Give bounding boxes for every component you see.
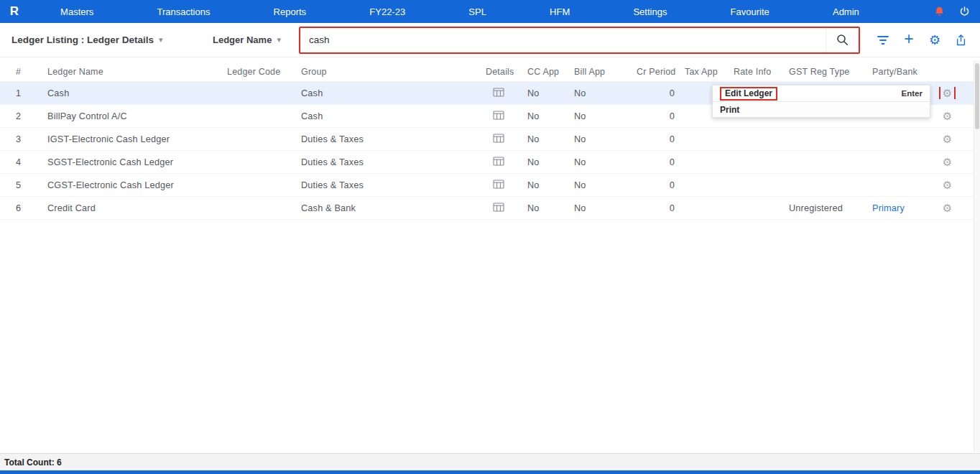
column-header: # bbox=[16, 67, 47, 77]
ledger-name-cell: IGST-Electronic Cash Ledger bbox=[47, 134, 227, 144]
context-menu-item[interactable]: Print bbox=[713, 101, 930, 117]
context-menu-shortcut: Enter bbox=[902, 89, 923, 98]
cr-period-cell: 0 bbox=[637, 157, 685, 167]
cc-app-cell: No bbox=[527, 203, 574, 213]
main-menu: Masters Transactions Reports FY22-23 SPL… bbox=[29, 6, 891, 17]
notifications-bell-icon[interactable] bbox=[934, 6, 945, 17]
table-row[interactable]: 3 IGST-Electronic Cash Ledger Duties & T… bbox=[0, 128, 980, 151]
row-settings-gear-icon[interactable] bbox=[942, 87, 953, 99]
row-settings-gear-icon[interactable] bbox=[942, 156, 953, 168]
cc-app-cell: No bbox=[527, 180, 574, 190]
scrollbar-thumb[interactable] bbox=[975, 63, 979, 129]
bill-app-cell: No bbox=[574, 180, 637, 190]
column-header: Cr Period bbox=[637, 67, 685, 77]
vertical-scrollbar[interactable] bbox=[974, 60, 980, 452]
row-number: 2 bbox=[16, 111, 47, 121]
power-logout-icon[interactable] bbox=[959, 6, 970, 17]
table-row[interactable]: 6 Credit Card Cash & Bank No No 0 bbox=[0, 197, 980, 220]
chevron-down-icon: ▾ bbox=[159, 35, 163, 45]
column-header: CC App bbox=[527, 67, 574, 77]
bill-app-cell: No bbox=[574, 88, 637, 98]
app-logo-icon[interactable]: R bbox=[0, 4, 29, 19]
row-actions bbox=[931, 156, 963, 168]
menu-item[interactable]: SPL bbox=[468, 6, 486, 17]
search-input[interactable] bbox=[300, 28, 826, 52]
details-icon[interactable] bbox=[493, 134, 504, 145]
column-header: Details bbox=[486, 67, 527, 77]
column-header: Tax App bbox=[685, 67, 734, 77]
group-cell: Duties & Taxes bbox=[301, 157, 486, 167]
details-icon[interactable] bbox=[493, 157, 504, 168]
menu-item[interactable]: Reports bbox=[274, 6, 307, 17]
menu-item[interactable]: Admin bbox=[833, 6, 859, 17]
row-context-menu: Edit Ledger Enter Print bbox=[712, 85, 930, 118]
cr-period-cell: 0 bbox=[637, 88, 685, 98]
search-icon[interactable] bbox=[826, 28, 859, 52]
table-row[interactable]: 4 SGST-Electronic Cash Ledger Duties & T… bbox=[0, 151, 980, 174]
column-header: Ledger Code bbox=[227, 67, 301, 77]
nav-right-icons bbox=[934, 6, 970, 17]
total-count-label: Total Count: 6 bbox=[4, 457, 62, 468]
menu-item[interactable]: Transactions bbox=[157, 6, 210, 17]
column-header: Bill App bbox=[574, 67, 637, 77]
group-cell: Cash bbox=[301, 88, 486, 98]
menu-item[interactable]: Favourite bbox=[731, 6, 769, 17]
app-window: R Masters Transactions Reports FY22-23 S… bbox=[0, 0, 980, 474]
cc-app-cell: No bbox=[527, 134, 574, 144]
row-settings-gear-icon[interactable] bbox=[942, 179, 953, 191]
menu-item[interactable]: FY22-23 bbox=[369, 6, 405, 17]
row-settings-gear-icon[interactable] bbox=[942, 202, 953, 214]
cc-app-cell: No bbox=[527, 111, 574, 121]
row-number: 1 bbox=[16, 88, 47, 98]
ledger-name-cell: CGST-Electronic Cash Ledger bbox=[47, 180, 227, 190]
row-number: 3 bbox=[16, 134, 47, 144]
table-header: # Ledger Name Ledger Code Group Details … bbox=[0, 62, 980, 82]
menu-item[interactable]: HFM bbox=[550, 6, 570, 17]
group-cell: Cash & Bank bbox=[301, 203, 486, 213]
bill-app-cell: No bbox=[574, 111, 637, 121]
row-number: 5 bbox=[16, 180, 47, 190]
details-icon[interactable] bbox=[493, 88, 504, 99]
settings-gear-icon[interactable]: ⚙ bbox=[927, 32, 943, 48]
table-row[interactable]: 5 CGST-Electronic Cash Ledger Duties & T… bbox=[0, 174, 980, 197]
details-icon[interactable] bbox=[493, 180, 504, 191]
row-actions bbox=[931, 133, 963, 145]
search-field-label: Ledger Name bbox=[213, 34, 272, 45]
details-cell bbox=[486, 111, 527, 122]
column-header: Rate Info bbox=[734, 67, 789, 77]
column-header: Group bbox=[301, 67, 486, 77]
row-number: 6 bbox=[16, 203, 47, 213]
menu-item[interactable]: Masters bbox=[60, 6, 93, 17]
gst-reg-type-cell: Unregistered bbox=[789, 203, 872, 213]
add-ledger-icon[interactable]: + bbox=[901, 32, 917, 48]
export-share-icon[interactable] bbox=[953, 32, 969, 48]
toolbar-action-icons: + ⚙ bbox=[875, 32, 970, 48]
group-cell: Duties & Taxes bbox=[301, 180, 486, 190]
cc-app-cell: No bbox=[527, 88, 574, 98]
search-field-selector[interactable]: Ledger Name ▾ bbox=[213, 34, 299, 45]
row-settings-gear-icon[interactable] bbox=[942, 133, 953, 145]
menu-item[interactable]: Settings bbox=[633, 6, 667, 17]
cr-period-cell: 0 bbox=[637, 203, 685, 213]
details-icon[interactable] bbox=[493, 203, 504, 214]
column-header: Party/Bank bbox=[872, 67, 931, 77]
cr-period-cell: 0 bbox=[637, 111, 685, 121]
bottom-accent-bar bbox=[0, 470, 980, 474]
row-actions bbox=[931, 110, 963, 122]
details-cell bbox=[486, 203, 527, 214]
details-icon[interactable] bbox=[493, 111, 504, 122]
ledger-name-cell: Cash bbox=[47, 88, 227, 98]
chevron-down-icon: ▾ bbox=[277, 35, 281, 45]
bill-app-cell: No bbox=[574, 157, 637, 167]
row-settings-gear-icon[interactable] bbox=[942, 110, 953, 122]
top-nav: R Masters Transactions Reports FY22-23 S… bbox=[0, 0, 980, 23]
page-title-dropdown[interactable]: Ledger Listing : Ledger Details ▾ bbox=[11, 34, 213, 45]
details-cell bbox=[486, 180, 527, 191]
ledger-name-cell: BillPay Control A/C bbox=[47, 111, 227, 121]
group-cell: Cash bbox=[301, 111, 486, 121]
context-menu-item[interactable]: Edit Ledger Enter bbox=[713, 85, 930, 101]
context-menu-item-label: Edit Ledger bbox=[720, 87, 777, 101]
column-header: Ledger Name bbox=[47, 67, 227, 77]
filter-icon[interactable] bbox=[875, 32, 891, 48]
party-bank-cell[interactable]: Primary bbox=[872, 203, 931, 213]
